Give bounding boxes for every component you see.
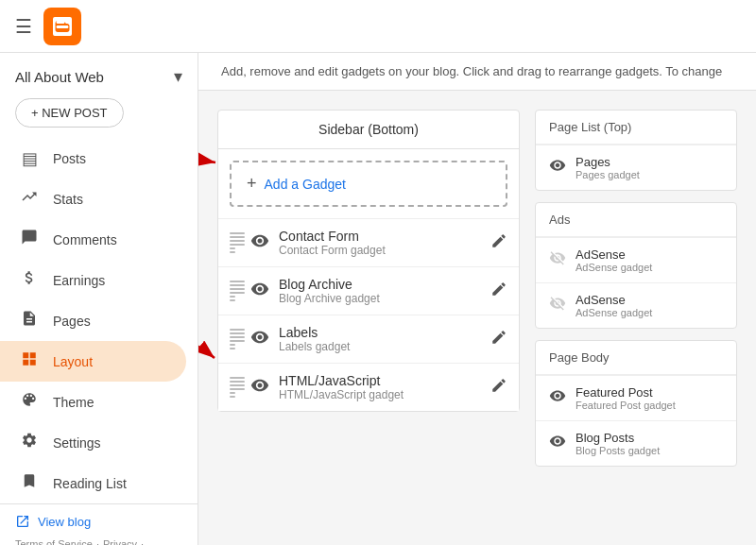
gadget-sub-labels: Labels gadget <box>279 340 481 353</box>
sidebar-item-posts[interactable]: ▤ Posts <box>0 139 186 179</box>
eye-icon-archive[interactable] <box>250 280 269 303</box>
sidebar-item-label-earnings: Earnings <box>53 273 105 288</box>
eye-icon-html[interactable] <box>250 376 269 400</box>
comments-icon <box>19 229 40 250</box>
panel-gadget-adsense-2: AdSense AdSense gadget <box>536 282 736 328</box>
panel-gadget-name-featured: Featured Post <box>576 385 723 400</box>
gadget-info-contact: Contact Form Contact Form gadget <box>279 229 481 257</box>
sidebar-item-label-theme: Theme <box>53 395 94 410</box>
right-panel: Page List (Top) Pages Pages gadget Ads <box>535 110 737 467</box>
panel-gadget-info-featured: Featured Post Featured Post gadget <box>576 385 723 411</box>
footer-tos[interactable]: Terms of Service <box>15 538 93 545</box>
drag-handle-labels[interactable] <box>230 329 237 349</box>
blog-title: All About Web <box>15 69 104 85</box>
main-header-text: Add, remove and edit gadgets on your blo… <box>221 64 722 78</box>
footer-links: Terms of Service · Privacy · Content Pol… <box>15 538 182 545</box>
footer-privacy[interactable]: Privacy <box>103 538 137 545</box>
blog-dropdown-icon[interactable]: ▾ <box>174 66 182 87</box>
blog-title-row: All About Web ▾ <box>0 53 198 94</box>
sidebar-item-reading-list[interactable]: Reading List <box>0 463 186 503</box>
view-blog-link[interactable]: View blog <box>15 514 182 529</box>
sidebar-item-label-pages: Pages <box>53 314 91 329</box>
gadget-info-labels: Labels Labels gadget <box>279 325 481 353</box>
gadget-item-archive: Blog Archive Blog Archive gadget <box>218 266 519 315</box>
sidebar-footer: View blog Terms of Service · Privacy · C… <box>0 503 198 545</box>
eye-icon-adsense-2[interactable] <box>549 295 566 316</box>
eye-icon-blog-posts[interactable] <box>549 433 566 454</box>
posts-icon: ▤ <box>19 148 40 169</box>
sidebar-item-earnings[interactable]: Earnings <box>0 260 186 300</box>
main-header: Add, remove and edit gadgets on your blo… <box>198 53 756 91</box>
eye-icon-adsense-1[interactable] <box>549 249 566 271</box>
add-plus-icon: + <box>247 174 257 194</box>
panel-gadget-name-blog-posts: Blog Posts <box>576 431 723 445</box>
drag-handle-contact[interactable] <box>230 232 237 253</box>
gadget-sub-contact: Contact Form gadget <box>279 244 481 257</box>
panel-section-title-ads: Ads <box>536 203 736 237</box>
gadget-sub-html: HTML/JavaScript gadget <box>279 388 481 401</box>
add-gadget-row[interactable]: + Add a Gadget <box>230 161 507 207</box>
panel-gadget-pages: Pages Pages gadget <box>536 145 736 190</box>
sidebar-bottom-box: Sidebar (Bottom) + Add a Gadget <box>217 110 520 412</box>
menu-icon[interactable]: ☰ <box>15 15 32 38</box>
gadget-info-html: HTML/JavaScript HTML/JavaScript gadget <box>279 373 481 401</box>
main-content: Add, remove and edit gadgets on your blo… <box>198 53 756 545</box>
view-blog-label: View blog <box>38 515 91 529</box>
main-layout: All About Web ▾ + NEW POST ▤ Posts Stats… <box>0 53 756 545</box>
earnings-icon <box>19 269 40 291</box>
edit-icon-labels[interactable] <box>490 329 507 349</box>
panel-gadget-info-adsense-2: AdSense AdSense gadget <box>576 293 723 318</box>
eye-icon-contact[interactable] <box>250 231 269 255</box>
sidebar-item-stats[interactable]: Stats <box>0 179 186 219</box>
drag-handle-html[interactable] <box>230 377 237 398</box>
edit-icon-html[interactable] <box>490 377 507 398</box>
gadget-item-html: HTML/JavaScript HTML/JavaScript gadget <box>218 363 519 411</box>
theme-icon <box>19 391 40 413</box>
edit-icon-contact[interactable] <box>490 232 507 253</box>
eye-icon-labels[interactable] <box>250 328 269 351</box>
sidebar-item-label-posts: Posts <box>53 151 86 166</box>
gadget-name-html: HTML/JavaScript <box>279 373 481 388</box>
gadget-item-labels: Labels Labels gadget <box>218 315 519 363</box>
gadget-name-archive: Blog Archive <box>279 277 481 292</box>
panel-gadget-sub-adsense-1: AdSense gadget <box>576 262 723 273</box>
center-column: 1 2 Sidebar (Bottom) + <box>217 110 520 467</box>
sidebar-item-theme[interactable]: Theme <box>0 382 186 422</box>
gadget-name-labels: Labels <box>279 325 481 340</box>
new-post-button[interactable]: + NEW POST <box>15 98 124 128</box>
sidebar-item-settings[interactable]: Settings <box>0 422 186 463</box>
eye-icon-pages[interactable] <box>549 157 566 179</box>
panel-gadget-adsense-1: AdSense AdSense gadget <box>536 237 736 282</box>
panel-gadget-sub-adsense-2: AdSense gadget <box>576 307 723 318</box>
edit-icon-archive[interactable] <box>490 281 507 301</box>
sidebar-item-label-settings: Settings <box>53 435 101 451</box>
panel-gadget-sub-featured: Featured Post gadget <box>576 400 723 411</box>
sidebar-item-pages[interactable]: Pages <box>0 300 186 341</box>
stats-icon <box>19 188 40 210</box>
sidebar: All About Web ▾ + NEW POST ▤ Posts Stats… <box>0 53 198 545</box>
sidebar-item-label-layout: Layout <box>53 354 93 369</box>
gadget-name-contact: Contact Form <box>279 229 481 244</box>
sidebar-item-label-comments: Comments <box>53 232 117 247</box>
panel-gadget-info-adsense-1: AdSense AdSense gadget <box>576 247 723 273</box>
gadget-info-archive: Blog Archive Blog Archive gadget <box>279 277 481 305</box>
panel-gadget-blog-posts: Blog Posts Blog Posts gadget <box>536 420 736 466</box>
sidebar-bottom-title: Sidebar (Bottom) <box>218 111 519 149</box>
sidebar-item-label-reading-list: Reading List <box>53 476 127 491</box>
panel-gadget-sub-pages: Pages gadget <box>576 169 723 180</box>
sidebar-item-comments[interactable]: Comments <box>0 219 186 260</box>
panel-section-title-page-list: Page List (Top) <box>536 111 736 145</box>
panel-gadget-info-blog-posts: Blog Posts Blog Posts gadget <box>576 431 723 456</box>
panel-section-page-body: Page Body Featured Post Featured Post ga… <box>535 340 737 467</box>
eye-icon-featured[interactable] <box>549 387 566 409</box>
drag-handle-archive[interactable] <box>230 281 237 301</box>
reading-list-icon <box>19 472 40 494</box>
panel-section-ads: Ads AdSense AdSense gadget <box>535 202 737 329</box>
blogger-logo-svg <box>51 15 74 38</box>
footer-dot-2: · <box>141 538 144 545</box>
panel-gadget-name-pages: Pages <box>576 155 723 169</box>
pages-icon <box>19 310 40 332</box>
footer-dot-1: · <box>96 538 99 545</box>
sidebar-item-layout[interactable]: Layout <box>0 341 186 382</box>
add-gadget-label[interactable]: Add a Gadget <box>265 177 346 192</box>
